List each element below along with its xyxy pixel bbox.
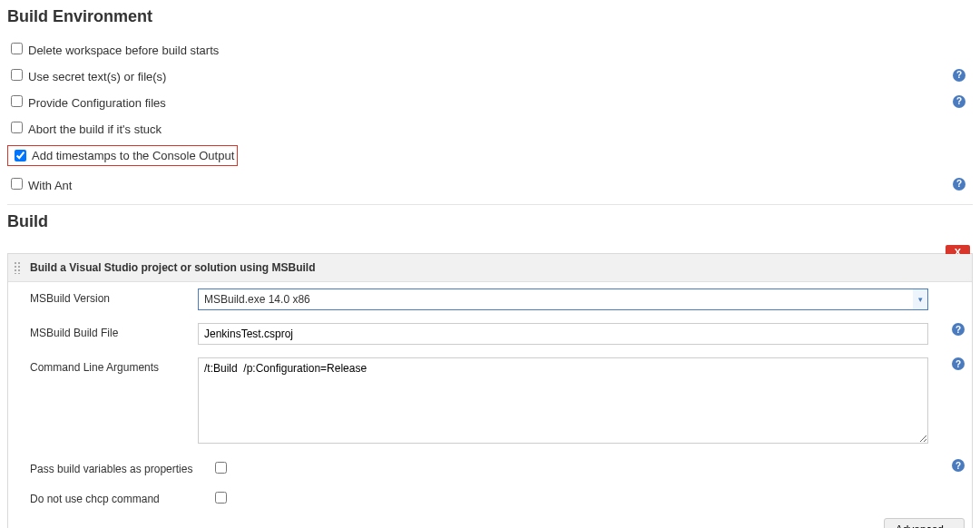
build-env-label: Delete workspace before build starts [28, 44, 219, 57]
row-msbuild-file: MSBuild Build File ? [8, 317, 972, 351]
build-step-title: Build a Visual Studio project or solutio… [30, 261, 315, 274]
build-env-item: Add timestamps to the Console Output [7, 145, 238, 166]
build-env-item: Abort the build if it's stuck [7, 119, 162, 136]
label-cmd-args: Command Line Arguments [30, 357, 198, 374]
select-msbuild-version-value: MSBuild.exe 14.0 x86 [199, 289, 913, 309]
label-pass-vars: Pass build variables as properties [30, 459, 211, 475]
build-env-row: Abort the build if it's stuck [7, 114, 973, 141]
select-msbuild-version[interactable]: MSBuild.exe 14.0 x86 ▾ [198, 288, 928, 310]
build-env-checkbox[interactable] [11, 95, 23, 107]
drag-handle-icon[interactable] [14, 261, 21, 274]
build-env-label: Abort the build if it's stuck [28, 122, 162, 136]
build-env-label: With Ant [28, 179, 72, 192]
advanced-button[interactable]: Advanced... [884, 518, 965, 528]
help-icon[interactable]: ? [953, 95, 965, 108]
section-title-build-env: Build Environment [7, 7, 973, 26]
label-msbuild-file: MSBuild Build File [30, 323, 198, 339]
build-env-label: Add timestamps to the Console Output [32, 149, 234, 162]
build-env-row: Add timestamps to the Console Output [7, 141, 973, 171]
build-env-item: Provide Configuration files [7, 93, 166, 110]
build-env-item: With Ant [7, 175, 72, 192]
build-env-label: Provide Configuration files [28, 96, 166, 110]
build-env-checkbox[interactable] [11, 43, 23, 54]
label-chcp: Do not use chcp command [30, 489, 211, 505]
build-env-row: Delete workspace before build starts [7, 35, 973, 62]
build-step-header: Build a Visual Studio project or solutio… [8, 254, 972, 282]
build-step-footer: Advanced... [8, 513, 972, 528]
help-icon[interactable]: ? [953, 178, 965, 191]
row-chcp: Do not use chcp command [8, 483, 972, 513]
build-env-item: Delete workspace before build starts [7, 40, 219, 57]
build-env-row: With Ant? [7, 171, 973, 197]
help-icon[interactable]: ? [952, 459, 965, 472]
build-env-row: Use secret text(s) or file(s)? [7, 62, 973, 88]
checkbox-pass-vars[interactable] [215, 462, 227, 474]
help-icon[interactable]: ? [952, 357, 965, 370]
build-env-checkbox[interactable] [11, 122, 23, 133]
build-step-block: X Build a Visual Studio project or solut… [7, 253, 973, 528]
chevron-down-icon: ▾ [913, 289, 927, 309]
row-cmd-args: Command Line Arguments /t:Build /p:Confi… [8, 351, 972, 453]
build-env-checkbox[interactable] [11, 178, 23, 190]
section-title-build: Build [7, 212, 973, 231]
label-msbuild-version: MSBuild Version [30, 288, 198, 305]
build-env-row: Provide Configuration files? [7, 88, 973, 114]
help-icon[interactable]: ? [952, 323, 965, 336]
build-env-checkbox[interactable] [11, 69, 23, 81]
divider [7, 204, 973, 205]
input-msbuild-file[interactable] [198, 323, 928, 345]
help-icon[interactable]: ? [953, 69, 965, 82]
build-env-list: Delete workspace before build startsUse … [7, 35, 973, 197]
build-env-item: Use secret text(s) or file(s) [7, 66, 166, 83]
row-pass-vars: Pass build variables as properties ? [8, 453, 972, 483]
checkbox-chcp[interactable] [215, 492, 227, 504]
textarea-cmd-args[interactable]: /t:Build /p:Configuration=Release [198, 357, 928, 444]
build-env-label: Use secret text(s) or file(s) [28, 70, 166, 83]
build-env-checkbox[interactable] [15, 150, 26, 161]
row-msbuild-version: MSBuild Version MSBuild.exe 14.0 x86 ▾ [8, 282, 972, 317]
